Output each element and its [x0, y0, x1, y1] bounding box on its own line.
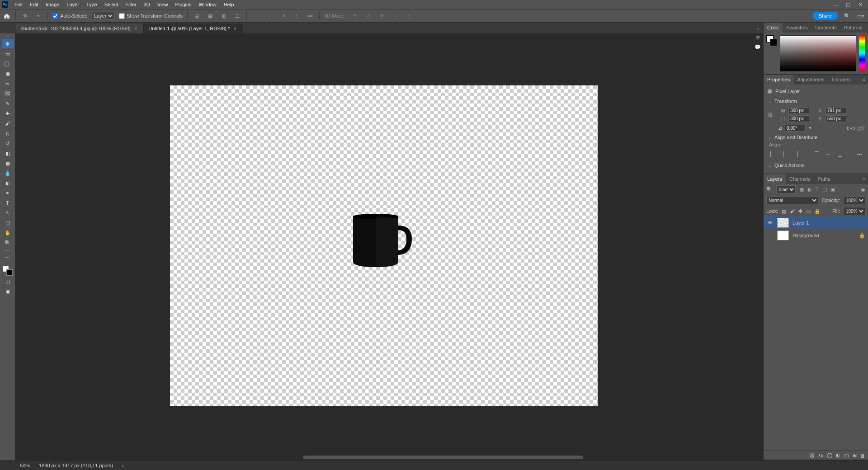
edit-toolbar-icon[interactable]: ⋯	[2, 253, 14, 262]
tab-close-icon[interactable]: ×	[233, 26, 236, 31]
move-tool-icon[interactable]: ✥	[20, 11, 29, 20]
filter-adjust-icon[interactable]: ◐	[807, 187, 812, 193]
tab-swatches[interactable]: Swatches	[783, 23, 811, 33]
horizontal-scrollbar[interactable]	[108, 455, 763, 460]
tab-libraries[interactable]: Libraries	[828, 75, 854, 85]
hand-tool[interactable]: ✋	[2, 228, 14, 237]
eraser-tool[interactable]: ◧	[2, 149, 14, 158]
filter-toggle-icon[interactable]: ◉	[861, 187, 865, 193]
fill-select[interactable]: 100%	[844, 207, 865, 215]
type-tool[interactable]: T	[2, 198, 14, 207]
layer-thumbnail[interactable]	[777, 230, 789, 240]
delete-layer-icon[interactable]: 🗑	[860, 453, 865, 458]
window-close-icon[interactable]: ✕	[859, 2, 863, 8]
angle-dropdown-icon[interactable]: ▼	[808, 126, 812, 130]
layer-fx-icon[interactable]: ƒx	[818, 453, 823, 458]
healing-brush-tool[interactable]: ✚	[2, 109, 14, 118]
hue-slider[interactable]	[859, 35, 865, 71]
align-right-icon[interactable]: ▥	[219, 11, 228, 20]
align-left-icon[interactable]: ▤	[192, 11, 201, 20]
layer-row[interactable]: Background 🔒	[764, 229, 868, 242]
menu-window[interactable]: Window	[195, 2, 220, 7]
background-color[interactable]	[6, 269, 13, 276]
color-swatches[interactable]	[3, 266, 13, 276]
transform-section-toggle[interactable]: ⌄Transform	[767, 97, 864, 106]
marquee-tool[interactable]: ▭	[2, 49, 14, 58]
color-fgbg[interactable]	[766, 35, 777, 46]
blend-mode-select[interactable]: Normal	[766, 196, 818, 204]
tab-adjustments[interactable]: Adjustments	[793, 75, 828, 85]
menu-help[interactable]: Help	[220, 2, 238, 7]
group-layers-icon[interactable]: 🗀	[844, 453, 849, 458]
panel-menu-icon[interactable]: ≡	[860, 77, 868, 82]
align-bottom-icon[interactable]: ⫡	[278, 11, 288, 20]
tab-paths[interactable]: Paths	[814, 174, 834, 184]
menu-3d[interactable]: 3D	[140, 2, 154, 7]
menu-edit[interactable]: Edit	[26, 2, 42, 7]
window-maximize-icon[interactable]: ▢	[846, 2, 850, 8]
tab-channels[interactable]: Channels	[786, 174, 814, 184]
menu-file[interactable]: File	[11, 2, 26, 7]
lock-artboard-icon[interactable]: ▭	[806, 208, 811, 214]
document-canvas[interactable]	[170, 85, 598, 406]
align-bottom-icon[interactable]: ▁	[836, 150, 844, 158]
scrollbar-thumb[interactable]	[303, 456, 583, 459]
auto-select-input[interactable]	[52, 13, 58, 19]
menu-view[interactable]: View	[154, 2, 172, 7]
align-vcenter-icon[interactable]: ─	[824, 150, 832, 158]
flip-horizontal-icon[interactable]: ▷◁	[847, 125, 854, 131]
object-select-tool[interactable]: ▣	[2, 69, 14, 78]
menu-image[interactable]: Image	[42, 2, 63, 7]
tab-patterns[interactable]: Patterns	[840, 23, 866, 33]
tab-properties[interactable]: Properties	[764, 75, 793, 85]
pen-tool[interactable]: ✒	[2, 188, 14, 197]
layer-name[interactable]: Background	[793, 233, 819, 238]
share-button[interactable]: Share	[812, 12, 838, 20]
history-panel-icon[interactable]: ≣	[756, 35, 760, 41]
tab-close-icon[interactable]: ×	[134, 26, 137, 31]
color-picker-field[interactable]	[780, 35, 856, 71]
width-input[interactable]	[788, 107, 809, 114]
adjustment-layer-icon[interactable]: ◐	[836, 452, 840, 458]
tab-layers[interactable]: Layers	[764, 174, 786, 184]
canvas-area[interactable]	[15, 33, 763, 460]
auto-select-target[interactable]: Layer	[92, 12, 114, 20]
menu-filter[interactable]: Filter	[122, 2, 140, 7]
align-section-toggle[interactable]: ⌄Align and Distribute	[767, 133, 864, 142]
filter-pixel-icon[interactable]: ▦	[799, 187, 804, 193]
layer-row[interactable]: 👁 Layer 1	[764, 216, 868, 229]
zoom-tool[interactable]: 🔍	[2, 238, 14, 247]
toolbox-more-icon[interactable]: •••	[5, 248, 10, 252]
home-icon[interactable]	[3, 12, 11, 20]
link-layers-icon[interactable]: ⛓	[809, 453, 814, 458]
panel-menu-icon[interactable]: ≡	[860, 176, 868, 182]
layer-name[interactable]: Layer 1	[793, 220, 809, 226]
window-minimize-icon[interactable]: —	[833, 2, 838, 8]
angle-input[interactable]	[785, 125, 806, 132]
comments-panel-icon[interactable]: 💬	[755, 44, 761, 50]
align-left-icon[interactable]: ▏	[768, 150, 776, 158]
brush-tool[interactable]: 🖌	[2, 119, 14, 128]
align-top-icon[interactable]: ▔	[812, 150, 821, 158]
menu-type[interactable]: Type	[83, 2, 101, 7]
align-center-h-icon[interactable]: ▦	[206, 11, 215, 20]
quick-actions-toggle[interactable]: ⌄Quick Actions	[767, 161, 864, 170]
visibility-icon[interactable]: 👁	[766, 220, 774, 226]
menu-plugins[interactable]: Plugins	[171, 2, 195, 7]
clone-stamp-tool[interactable]: ⎌	[2, 129, 14, 138]
shape-tool[interactable]: ▢	[2, 218, 14, 227]
menu-layer[interactable]: Layer	[63, 2, 83, 7]
workspace-switcher-icon[interactable]: ▭▾	[856, 11, 865, 20]
align-center-v-icon[interactable]: ⫠	[265, 11, 274, 20]
quickmask-icon[interactable]: ◫	[2, 277, 14, 286]
doc-info[interactable]: 1890 px x 1417 px (118,11 ppcm)	[39, 463, 113, 468]
menu-select[interactable]: Select	[101, 2, 122, 7]
history-brush-tool[interactable]: ↺	[2, 139, 14, 148]
tab-gradients[interactable]: Gradients	[811, 23, 840, 33]
lock-pixels-icon[interactable]: 🖌	[790, 208, 795, 214]
zoom-level[interactable]: 50%	[20, 463, 30, 468]
move-tool[interactable]: ✥	[2, 39, 14, 48]
path-select-tool[interactable]: ↖	[2, 208, 14, 217]
more-options-icon[interactable]: •••	[306, 11, 315, 20]
eyedropper-tool[interactable]: ✎	[2, 99, 14, 108]
